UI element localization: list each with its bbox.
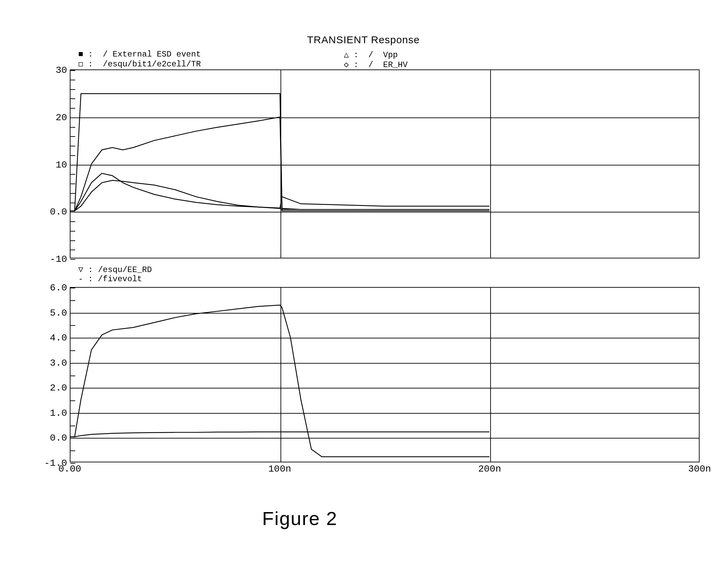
x-tick-label: 200n	[478, 464, 501, 474]
y-tick-label: 30	[36, 65, 67, 76]
series-line	[70, 94, 490, 211]
y-tick-label: 6.0	[36, 283, 67, 293]
bottom-legend: ▽ : /esqu/EE_RD - : /fivevolt	[34, 265, 720, 284]
y-tick-label: 0.0	[36, 433, 67, 443]
legend-item: ◇ : / ER_HV	[344, 60, 407, 69]
series-line	[70, 173, 490, 211]
legend-item: ▽ : /esqu/EE_RD	[78, 265, 344, 274]
y-tick-label: 1.0	[36, 408, 67, 418]
y-tick-label: 0.0	[36, 207, 67, 217]
legend-item: - : /fivevolt	[78, 274, 344, 284]
y-tick-label: 2.0	[36, 383, 67, 393]
y-tick-label: 20	[36, 112, 67, 123]
chart-title: TRANSIENT Response	[7, 34, 720, 46]
y-tick-label: 3.0	[36, 357, 67, 368]
y-tick-label: 4.0	[36, 333, 67, 343]
legend-item: ◻ : /esqu/bit1/e2cell/TR	[78, 59, 344, 69]
x-tick-label: 100n	[268, 464, 291, 474]
x-tick-label: 0.00	[58, 464, 81, 474]
series-line	[70, 117, 490, 211]
x-tick-label: 300n	[688, 464, 711, 474]
series-line	[70, 432, 490, 437]
bottom-chart-area: 6.05.04.03.02.01.00.0-1.0	[70, 287, 700, 462]
y-tick-label: -10	[36, 254, 67, 265]
series-line	[70, 305, 490, 457]
top-legend: ■ : / External ESD event ◻ : /esqu/bit1/…	[34, 50, 720, 69]
y-tick-label: 5.0	[36, 307, 67, 318]
legend-item: ■ : / External ESD event	[78, 50, 344, 59]
y-tick-label: 10	[36, 159, 67, 170]
legend-item: △ : / Vpp	[344, 50, 407, 60]
figure-caption: Figure 2	[262, 507, 337, 529]
top-chart-area: 3020100.0-10	[70, 69, 700, 258]
